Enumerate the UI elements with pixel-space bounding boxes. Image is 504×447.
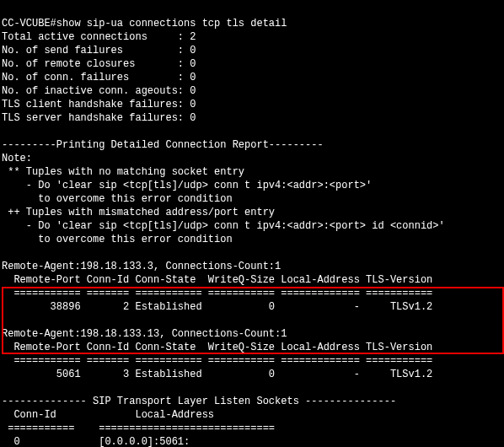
listen-sep: =========== ============================… (2, 423, 281, 434)
note-1-do: - Do 'clear sip <tcp[tls]/udp> conn t ip… (2, 220, 445, 232)
stat-line-5: TLS client handshake failures: 0 (2, 99, 196, 110)
agent-0-row: 38896 2 Established 0 - TLSv1.2 (2, 301, 432, 313)
listen-title: -------------- SIP Transport Layer Liste… (2, 396, 396, 407)
report-title: ---------Printing Detailed Connection Re… (2, 139, 324, 151)
note-0-do: - Do 'clear sip <tcp[tls]/udp> conn t ip… (2, 180, 372, 191)
stat-line-2: No. of remote closures : 0 (2, 58, 196, 70)
agent-0-sep: =========== ======= =========== ========… (2, 288, 432, 299)
agent-1-cols: Remote-Port Conn-Id Conn-State WriteQ-Si… (2, 342, 432, 353)
note-0-to: to overcome this error condition (2, 193, 233, 205)
note-1-to: to overcome this error condition (2, 234, 233, 245)
stat-line-4: No. of inactive conn. ageouts: 0 (2, 85, 196, 97)
stat-line-0: Total active connections : 2 (2, 31, 196, 43)
command-entered: show sip-ua connections tcp tls detail (56, 18, 287, 30)
terminal-output: CC-VCUBE#show sip-ua connections tcp tls… (0, 0, 504, 447)
listen-row: 0 [0.0.0.0]:5061: (2, 436, 190, 447)
agent-0-header: Remote-Agent:198.18.133.3, Connections-C… (2, 261, 281, 272)
listen-cols: Conn-Id Local-Address (2, 409, 293, 421)
agent-1-row: 5061 3 Established 0 - TLSv1.2 (2, 369, 432, 380)
agent-0-cols: Remote-Port Conn-Id Conn-State WriteQ-Si… (2, 274, 432, 286)
note-1-head: ++ Tuples with mismatched address/port e… (2, 207, 275, 218)
stat-line-3: No. of conn. failures : 0 (2, 72, 196, 83)
agent-1-header: Remote-Agent:198.18.133.13, Connections-… (2, 328, 287, 340)
agent-1-sep: =========== ======= =========== ========… (2, 355, 432, 367)
stat-line-1: No. of send failures : 0 (2, 45, 196, 57)
note-label: Note: (2, 153, 32, 164)
stat-line-6: TLS server handshake failures: 0 (2, 112, 196, 124)
shell-prompt: CC-VCUBE# (2, 18, 56, 30)
note-0-head: ** Tuples with no matching socket entry (2, 166, 244, 178)
